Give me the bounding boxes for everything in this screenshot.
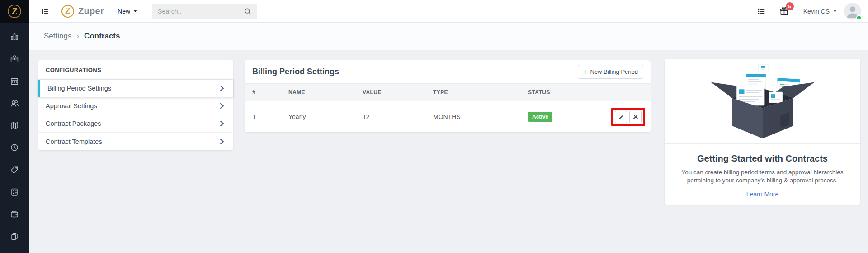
config-item-contract-templates[interactable]: Contract Templates <box>38 133 233 150</box>
sidebar-icon-nav <box>0 23 29 247</box>
row-status: Active <box>528 112 611 122</box>
col-header-num: # <box>245 89 288 95</box>
rewards-gift-icon[interactable]: 5 <box>779 6 789 16</box>
zuper-logo-icon: Z <box>8 5 21 18</box>
table-header-row: # NAME VALUE TYPE STATUS <box>245 83 651 101</box>
config-item-label: Contract Templates <box>46 138 102 145</box>
panel-title: Billing Period Settings <box>252 67 339 76</box>
brand[interactable]: Z Zuper <box>61 5 104 18</box>
getting-started-description: You can create billing period terms and … <box>679 168 846 185</box>
documents-icon <box>10 232 19 241</box>
new-dropdown-label: New <box>118 8 130 15</box>
bar-chart-icon <box>10 32 19 41</box>
close-icon <box>633 114 638 119</box>
sidebar-item-map[interactable] <box>0 114 29 136</box>
status-badge: Active <box>528 112 552 122</box>
sidebar-item-tags[interactable] <box>0 158 29 181</box>
billing-panel-header: Billing Period Settings + New Billing Pe… <box>245 60 651 83</box>
sidebar-item-calendar[interactable] <box>0 70 29 92</box>
open-box-illustration <box>665 59 860 144</box>
col-header-type: TYPE <box>433 89 528 95</box>
user-avatar[interactable] <box>844 3 861 20</box>
online-status-dot <box>856 15 862 20</box>
getting-started-body: Getting Started with Contracts You can c… <box>665 144 860 198</box>
new-billing-period-label: New Billing Period <box>590 68 638 75</box>
table-row: 1 Yearly 12 MONTHS Active <box>245 101 651 132</box>
breadcrumb-separator: › <box>76 32 79 41</box>
config-item-contract-packages[interactable]: Contract Packages <box>38 115 233 133</box>
zuper-brand-icon: Z <box>61 5 74 18</box>
col-header-value: VALUE <box>363 89 433 95</box>
search-input[interactable] <box>158 8 244 15</box>
wallet-icon <box>10 210 19 219</box>
menu-toggle-icon[interactable] <box>40 7 49 16</box>
breadcrumb: Settings › Contracts <box>29 23 868 50</box>
pencil-icon <box>618 114 624 120</box>
sidebar-item-timesheet[interactable] <box>0 136 29 158</box>
page-title: Contracts <box>84 32 120 41</box>
billing-period-panel: Billing Period Settings + New Billing Pe… <box>245 60 651 132</box>
user-dropdown[interactable]: Kevin CS <box>803 8 837 15</box>
users-icon <box>10 99 19 108</box>
sidebar-item-dashboard[interactable] <box>0 25 29 48</box>
sidebar-item-users[interactable] <box>0 92 29 114</box>
topbar-right: 5 Kevin CS <box>757 3 861 20</box>
sidebar-item-estimates[interactable] <box>0 181 29 203</box>
tag-icon <box>10 165 19 174</box>
chevron-down-icon <box>133 10 137 12</box>
new-billing-period-button[interactable]: + New Billing Period <box>578 65 643 79</box>
config-item-label: Contract Packages <box>46 120 101 127</box>
col-header-name: NAME <box>288 89 363 95</box>
new-dropdown[interactable]: New <box>118 8 137 15</box>
map-icon <box>10 121 19 130</box>
config-item-billing-period-settings[interactable]: Billing Period Settings <box>38 80 233 97</box>
chevron-down-icon <box>833 10 837 12</box>
briefcase-icon <box>10 54 19 63</box>
user-name: Kevin CS <box>803 8 830 15</box>
config-item-label: Billing Period Settings <box>47 85 111 92</box>
chevron-right-icon <box>220 103 224 109</box>
learn-more-link[interactable]: Learn More <box>746 191 779 198</box>
box-documents-illustration-icon <box>704 63 821 139</box>
activity-list-icon[interactable] <box>757 7 766 16</box>
main-sidebar: Z <box>0 0 29 253</box>
sidebar-item-jobs[interactable] <box>0 48 29 70</box>
content-area: CONFIGURATIONS Billing Period Settings A… <box>29 50 868 253</box>
configurations-panel: CONFIGURATIONS Billing Period Settings A… <box>38 60 233 150</box>
highlight-annotation-box <box>611 108 645 126</box>
getting-started-title: Getting Started with Contracts <box>677 153 848 164</box>
search-icon[interactable] <box>244 7 252 15</box>
sidebar-item-invoices[interactable] <box>0 203 29 225</box>
chevron-right-icon <box>220 120 224 127</box>
plus-icon: + <box>583 68 587 75</box>
row-num: 1 <box>245 113 288 120</box>
chevron-right-icon <box>220 85 224 91</box>
col-header-status: STATUS <box>528 89 651 95</box>
chevron-right-icon <box>220 138 224 145</box>
configurations-title: CONFIGURATIONS <box>38 60 233 80</box>
breadcrumb-settings[interactable]: Settings <box>44 32 71 41</box>
config-item-approval-settings[interactable]: Approval Settings <box>38 97 233 115</box>
row-type: MONTHS <box>433 113 528 120</box>
config-item-label: Approval Settings <box>46 102 97 110</box>
calculator-icon <box>10 187 19 196</box>
global-search <box>152 4 257 19</box>
edit-button[interactable] <box>615 111 627 123</box>
sidebar-item-reports[interactable] <box>0 225 29 247</box>
brand-name: Zuper <box>78 6 104 16</box>
calendar-icon <box>10 76 19 86</box>
row-name: Yearly <box>288 113 363 120</box>
delete-button[interactable] <box>629 111 642 123</box>
zuper-logo-square[interactable]: Z <box>0 0 29 23</box>
row-actions <box>611 108 651 126</box>
clock-icon <box>10 143 19 152</box>
topbar: Z Zuper New 5 <box>29 0 868 23</box>
notification-badge: 5 <box>786 2 794 10</box>
row-value: 12 <box>363 113 433 120</box>
getting-started-panel: Getting Started with Contracts You can c… <box>665 59 860 205</box>
